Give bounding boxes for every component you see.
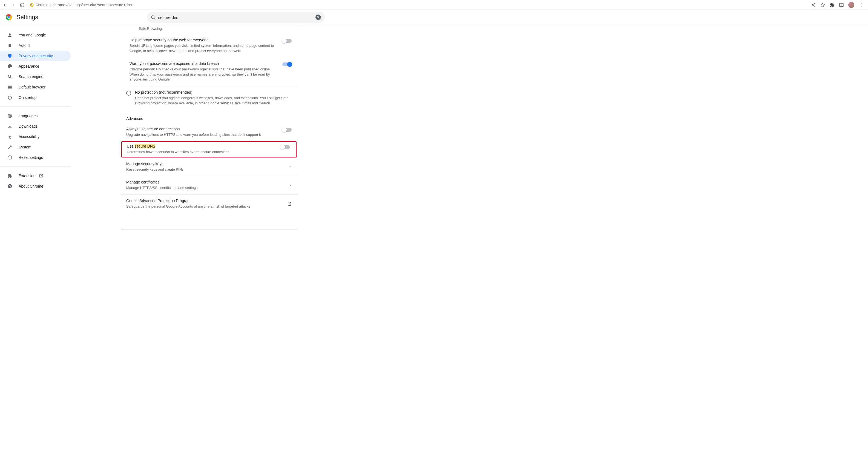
svg-point-5 xyxy=(814,6,815,7)
setting-secure-dns: Use secure DNS Determines how to connect… xyxy=(122,142,296,157)
svg-point-9 xyxy=(861,4,861,5)
browser-icon xyxy=(7,85,12,90)
sidebar-label: About Chrome xyxy=(19,184,43,188)
accessibility-icon xyxy=(7,134,12,139)
svg-point-3 xyxy=(814,3,815,4)
setting-help-improve: Help improve security on the web for eve… xyxy=(120,34,298,58)
svg-point-14 xyxy=(151,16,154,19)
sidebar-item-search-engine[interactable]: Search engine xyxy=(0,71,71,82)
sidebar-item-on-startup[interactable]: On startup xyxy=(0,92,71,103)
svg-point-23 xyxy=(9,135,10,135)
link-manage-security-keys[interactable]: Manage security keys Reset security keys… xyxy=(120,158,298,176)
sidebar-label: Accessibility xyxy=(19,134,39,139)
radio-icon xyxy=(126,91,131,96)
svg-point-10 xyxy=(861,6,861,7)
site-icon xyxy=(30,3,34,7)
setting-desc: Chrome periodically checks your password… xyxy=(129,67,278,83)
globe-icon xyxy=(7,113,12,118)
sidebar-item-autofill[interactable]: Autofill xyxy=(0,40,71,51)
extensions-icon[interactable] xyxy=(830,2,835,7)
setting-desc: Sends URLs of some pages you visit, limi… xyxy=(129,43,278,54)
svg-point-18 xyxy=(8,75,11,78)
wrench-icon xyxy=(7,145,12,150)
setting-warn-breach: Warn you if passwords are exposed in a d… xyxy=(120,58,298,86)
setting-title: Use secure DNS xyxy=(127,144,277,148)
sidebar-label: On startup xyxy=(19,95,36,100)
sidebar-label: Appearance xyxy=(19,64,39,68)
sidebar-label: Privacy and security xyxy=(19,54,53,58)
menu-icon[interactable] xyxy=(859,2,864,7)
setting-title: Manage security keys xyxy=(126,162,285,166)
svg-rect-20 xyxy=(8,86,12,87)
search-icon xyxy=(151,15,156,20)
chevron-right-icon xyxy=(289,165,291,168)
search-highlight: secure DNS xyxy=(135,144,155,148)
advanced-header: Advanced xyxy=(120,110,298,123)
sidebar-item-privacy-security[interactable]: Privacy and security xyxy=(0,51,71,61)
radio-no-protection[interactable]: No protection (not recommended) Does not… xyxy=(120,86,298,110)
sidebar-item-default-browser[interactable]: Default browser xyxy=(0,82,71,92)
puzzle-icon xyxy=(7,173,12,178)
setting-desc: Safeguards the personal Google Accounts … xyxy=(126,204,283,209)
highlighted-secure-dns-row: Use secure DNS Determines how to connect… xyxy=(121,141,297,157)
open-external-icon xyxy=(287,202,291,206)
sidebar-label: Reset settings xyxy=(19,155,43,160)
forward-button[interactable] xyxy=(11,2,16,7)
toggle-always-secure[interactable] xyxy=(282,128,291,132)
reload-button[interactable] xyxy=(20,2,25,7)
sidebar-item-you-and-google[interactable]: You and Google xyxy=(0,30,71,40)
link-manage-certificates[interactable]: Manage certificates Manage HTTPS/SSL cer… xyxy=(120,176,298,194)
settings-card: Safe Browsing. Help improve security on … xyxy=(120,25,298,230)
back-button[interactable] xyxy=(2,2,7,7)
sidebar-separator xyxy=(0,106,71,107)
sidebar-item-languages[interactable]: Languages xyxy=(0,111,71,121)
sidebar-item-appearance[interactable]: Appearance xyxy=(0,61,71,71)
download-icon xyxy=(7,124,12,129)
toggle-secure-dns[interactable] xyxy=(281,145,290,149)
clear-search-button[interactable] xyxy=(315,14,321,20)
setting-desc: Determines how to connect to websites ov… xyxy=(127,150,277,155)
setting-desc: Upgrade navigations to HTTPS and warn yo… xyxy=(126,132,278,137)
sidebar-item-reset-settings[interactable]: Reset settings xyxy=(0,152,71,163)
svg-rect-6 xyxy=(839,3,843,7)
share-icon[interactable] xyxy=(811,2,816,7)
settings-search-input[interactable] xyxy=(158,15,313,20)
sidebar-item-accessibility[interactable]: Accessibility xyxy=(0,131,71,142)
toggle-help-improve[interactable] xyxy=(282,39,291,43)
setting-title: Help improve security on the web for eve… xyxy=(129,38,278,42)
sidebar-separator xyxy=(0,166,71,167)
bookmark-icon[interactable] xyxy=(820,2,825,7)
profile-avatar[interactable] xyxy=(848,2,854,8)
setting-title: Always use secure connections xyxy=(126,127,278,131)
sidebar-item-downloads[interactable]: Downloads xyxy=(0,121,71,131)
setting-desc: Manage HTTPS/SSL certificates and settin… xyxy=(126,185,285,191)
sidebar-item-system[interactable]: System xyxy=(0,142,71,152)
setting-always-secure: Always use secure connections Upgrade na… xyxy=(120,123,298,141)
sidebar-label: Extensions xyxy=(19,174,37,178)
address-bar[interactable]: Chrome | chrome://settings/security?sear… xyxy=(27,3,809,7)
restore-icon xyxy=(7,155,12,160)
setting-desc: Reset security keys and create PINs xyxy=(126,167,285,172)
svg-point-4 xyxy=(812,4,813,5)
toggle-warn-breach[interactable] xyxy=(282,62,291,66)
svg-point-15 xyxy=(9,33,11,35)
sidebar-item-about-chrome[interactable]: About Chrome xyxy=(0,181,71,191)
chevron-right-icon xyxy=(289,184,291,187)
clipboard-icon xyxy=(7,43,12,48)
sidebar-label: You and Google xyxy=(19,33,46,37)
cut-off-text: Safe Browsing. xyxy=(120,25,298,34)
person-icon xyxy=(7,33,12,37)
panel-icon[interactable] xyxy=(839,2,844,7)
url-text: chrome://settings/security?search=secure… xyxy=(53,3,132,7)
sidebar-item-extensions[interactable]: Extensions xyxy=(0,170,71,181)
svg-point-13 xyxy=(8,16,10,19)
open-external-icon xyxy=(39,174,43,178)
sidebar: You and Google Autofill Privacy and secu… xyxy=(0,25,71,230)
sidebar-label: Default browser xyxy=(19,85,45,89)
sidebar-label: System xyxy=(19,145,31,149)
link-advanced-protection[interactable]: Google Advanced Protection Program Safeg… xyxy=(120,195,298,213)
settings-search-box[interactable] xyxy=(147,12,325,23)
sidebar-label: Autofill xyxy=(19,43,30,48)
power-icon xyxy=(7,95,12,100)
svg-point-8 xyxy=(861,3,861,4)
